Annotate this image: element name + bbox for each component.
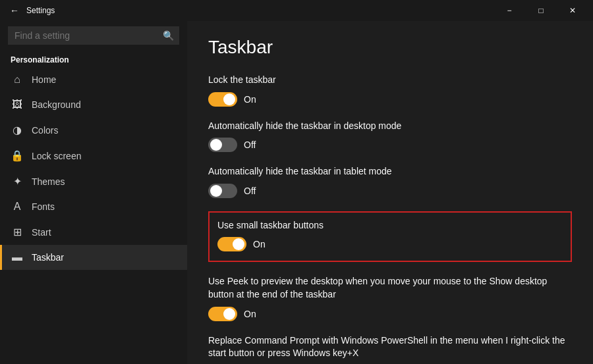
- minimize-button[interactable]: −: [494, 0, 524, 21]
- toggle-knob-small-buttons: [233, 238, 244, 250]
- setting-group-hide-tablet: Automatically hide the taskbar in tablet…: [208, 165, 572, 198]
- toggle-row-hide-desktop: Off: [208, 138, 572, 152]
- settings-list: Lock the taskbar On Automatically hide t…: [208, 74, 572, 364]
- sidebar-item-lock-screen[interactable]: 🔒Lock screen: [0, 143, 187, 169]
- toggle-status-hide-desktop: Off: [244, 140, 256, 150]
- toggle-status-small-buttons: On: [253, 239, 266, 249]
- search-input[interactable]: [8, 26, 179, 45]
- close-button[interactable]: ✕: [557, 0, 588, 21]
- toggle-status-lock-taskbar: On: [244, 94, 256, 105]
- main-container: 🔍 Personalization ⌂Home🖼Background◑Color…: [0, 21, 593, 364]
- toggle-peek-preview[interactable]: [208, 307, 237, 321]
- toggle-knob-lock-taskbar: [223, 93, 235, 105]
- sidebar-item-colors[interactable]: ◑Colors: [0, 117, 187, 143]
- page-title: Taskbar: [208, 37, 572, 58]
- titlebar: ← Settings − □ ✕: [0, 0, 593, 21]
- sidebar-item-label: Colors: [32, 125, 58, 136]
- sidebar-item-taskbar[interactable]: ▬Taskbar: [0, 245, 187, 270]
- toggle-knob-peek-preview: [223, 308, 235, 320]
- toggle-row-small-buttons: On: [217, 237, 563, 251]
- sidebar-item-label: Background: [32, 99, 81, 110]
- setting-group-hide-desktop: Automatically hide the taskbar in deskto…: [208, 120, 572, 153]
- sidebar: 🔍 Personalization ⌂Home🖼Background◑Color…: [0, 21, 187, 364]
- lock-screen-icon: 🔒: [11, 149, 24, 162]
- toggle-status-hide-tablet: Off: [244, 186, 256, 196]
- start-icon: ⊞: [11, 226, 24, 238]
- home-icon: ⌂: [11, 74, 24, 86]
- setting-group-peek-preview: Use Peek to preview the desktop when you…: [208, 275, 572, 321]
- sidebar-nav: ⌂Home🖼Background◑Colors🔒Lock screen✦Them…: [0, 67, 187, 270]
- sidebar-item-label: Themes: [32, 176, 65, 187]
- sidebar-item-start[interactable]: ⊞Start: [0, 219, 187, 245]
- fonts-icon: A: [11, 201, 24, 213]
- sidebar-item-fonts[interactable]: AFonts: [0, 194, 187, 219]
- sidebar-item-label: Taskbar: [32, 252, 64, 263]
- titlebar-title: Settings: [26, 6, 55, 15]
- toggle-lock-taskbar[interactable]: [208, 92, 237, 107]
- toggle-hide-tablet[interactable]: [208, 184, 237, 198]
- setting-label-peek-preview: Use Peek to preview the desktop when you…: [208, 275, 572, 301]
- sidebar-item-background[interactable]: 🖼Background: [0, 92, 187, 117]
- toggle-row-hide-tablet: Off: [208, 184, 572, 198]
- sidebar-item-label: Lock screen: [32, 151, 81, 161]
- toggle-status-peek-preview: On: [244, 309, 256, 319]
- setting-group-lock-taskbar: Lock the taskbar On: [208, 74, 572, 107]
- sidebar-item-home[interactable]: ⌂Home: [0, 67, 187, 92]
- sidebar-item-label: Home: [32, 74, 56, 85]
- toggle-knob-hide-tablet: [210, 185, 222, 197]
- setting-label-hide-tablet: Automatically hide the taskbar in tablet…: [208, 165, 572, 178]
- maximize-button[interactable]: □: [526, 0, 556, 21]
- search-container: 🔍: [8, 26, 179, 45]
- sidebar-item-themes[interactable]: ✦Themes: [0, 169, 187, 194]
- toggle-small-buttons[interactable]: [217, 237, 246, 251]
- search-icon: 🔍: [163, 30, 174, 41]
- background-icon: 🖼: [11, 99, 24, 111]
- back-button[interactable]: ←: [5, 1, 24, 20]
- setting-label-powershell: Replace Command Prompt with Windows Powe…: [208, 334, 572, 360]
- setting-group-powershell: Replace Command Prompt with Windows Powe…: [208, 334, 572, 364]
- taskbar-icon: ▬: [11, 251, 24, 263]
- sidebar-section-label: Personalization: [0, 50, 187, 67]
- window-controls: − □ ✕: [494, 0, 588, 21]
- sidebar-item-label: Start: [32, 227, 51, 238]
- content-area: Taskbar Lock the taskbar On Automaticall…: [187, 21, 593, 364]
- sidebar-item-label: Fonts: [32, 201, 55, 212]
- toggle-row-peek-preview: On: [208, 307, 572, 321]
- setting-highlighted-small-buttons: Use small taskbar buttons On: [208, 211, 572, 263]
- toggle-row-lock-taskbar: On: [208, 92, 572, 107]
- setting-label-small-buttons: Use small taskbar buttons: [217, 219, 563, 232]
- setting-label-lock-taskbar: Lock the taskbar: [208, 74, 572, 87]
- setting-label-hide-desktop: Automatically hide the taskbar in deskto…: [208, 120, 572, 133]
- colors-icon: ◑: [11, 124, 24, 136]
- toggle-hide-desktop[interactable]: [208, 138, 237, 152]
- toggle-knob-hide-desktop: [210, 139, 222, 151]
- themes-icon: ✦: [11, 175, 24, 188]
